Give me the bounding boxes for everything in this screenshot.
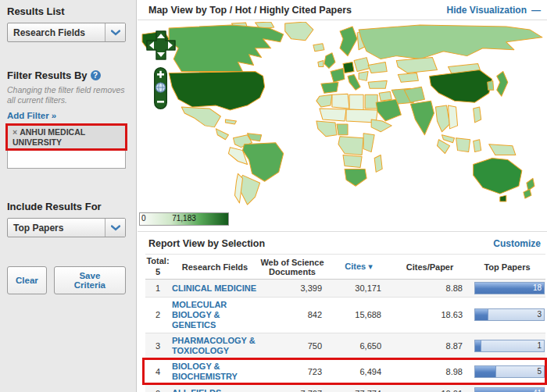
top-papers-bar: 41: [474, 387, 545, 392]
top-papers-bar: 3: [474, 308, 545, 321]
results-list-selected: Research Fields: [8, 27, 105, 38]
filter-item-anhui-medical-university[interactable]: ×ANHUI MEDICAL UNIVERSITY: [8, 126, 125, 150]
row-cites-per-paper: 8.98: [391, 367, 469, 376]
top-papers-bar: 18: [474, 282, 545, 294]
filter-note: Changing the filter field removes all cu…: [7, 85, 126, 105]
research-field-link[interactable]: PHARMACOLOGY & TOXICOLOGY: [172, 336, 258, 356]
row-cites: 6,494: [327, 367, 391, 376]
row-documents: 7,767: [258, 389, 327, 392]
sort-descending-icon[interactable]: ▾: [368, 262, 373, 271]
chevron-down-icon[interactable]: [105, 219, 125, 237]
map-view-title: Map View by Top / Hot / Highly Cited Pap…: [148, 5, 352, 16]
results-list-heading: Results List: [7, 5, 126, 17]
row-documents: 750: [258, 341, 327, 351]
research-field-link[interactable]: ALL FIELDS: [172, 388, 221, 392]
main-panel: Map View by Top / Hot / Highly Cited Pap…: [138, 0, 547, 392]
include-results-dropdown[interactable]: Top Papers: [7, 218, 126, 237]
table-row: 4 BIOLOGY & BIOCHEMISTRY 723 6,494 8.98 …: [145, 359, 545, 385]
table-row: 1 CLINICAL MEDICINE 3,399 30,171 8.88 18: [145, 280, 545, 298]
top-papers-value: 5: [537, 366, 542, 377]
include-results-heading: Include Results For: [7, 201, 126, 212]
row-cites-per-paper: 18.63: [391, 310, 469, 319]
help-icon[interactable]: ?: [91, 70, 101, 80]
hide-visualization-link[interactable]: Hide Visualization—: [447, 5, 541, 16]
report-view-title: Report View by Selection: [148, 238, 265, 249]
table-header-row: Total:5 Research Fields Web of Science D…: [145, 254, 545, 280]
row-cites: 77,774: [327, 389, 391, 392]
research-field-link[interactable]: CLINICAL MEDICINE: [172, 283, 256, 294]
collapse-dash-icon[interactable]: —: [531, 5, 541, 16]
top-papers-bar: 5: [474, 365, 545, 378]
row-cites: 30,171: [327, 283, 391, 293]
column-header-research-fields[interactable]: Research Fields: [170, 262, 258, 272]
top-papers-value: 1: [537, 340, 542, 351]
row-rank: 2: [145, 310, 170, 319]
column-header-wos-documents[interactable]: Web of Science Documents: [258, 258, 327, 276]
add-filter-link[interactable]: Add Filter »: [7, 111, 56, 120]
column-header-top-papers[interactable]: Top Papers: [469, 262, 545, 272]
top-papers-value: 18: [533, 283, 542, 294]
row-documents: 3,399: [258, 283, 327, 293]
filter-item-label: ANHUI MEDICAL UNIVERSITY: [13, 127, 85, 147]
row-documents: 842: [258, 310, 327, 319]
legend-max-value: 71,183: [140, 214, 228, 223]
table-row: 3 PHARMACOLOGY & TOXICOLOGY 750 6,650 8.…: [145, 333, 545, 359]
report-table: Total:5 Research Fields Web of Science D…: [145, 254, 545, 392]
results-list-dropdown[interactable]: Research Fields: [7, 23, 126, 42]
research-field-link[interactable]: BIOLOGY & BIOCHEMISTRY: [172, 362, 258, 382]
top-papers-bar-fill: [475, 309, 488, 320]
top-papers-bar-fill: [475, 366, 496, 377]
zoom-out-icon: [157, 101, 164, 103]
research-field-link[interactable]: MOLECULAR BIOLOGY & GENETICS: [172, 300, 258, 330]
top-papers-bar: 1: [474, 340, 545, 352]
chevron-down-icon[interactable]: [105, 23, 125, 41]
row-cites: 15,688: [327, 310, 391, 319]
row-rank: 0: [145, 389, 170, 392]
row-cites: 6,650: [327, 341, 391, 351]
total-count: Total:5: [145, 256, 170, 278]
pan-control[interactable]: [146, 30, 176, 60]
sidebar: Results List Research Fields Filter Resu…: [0, 0, 137, 392]
include-results-selected: Top Papers: [8, 223, 105, 233]
table-row: 0 ALL FIELDS 7,767 77,774 10.01 41: [145, 385, 545, 392]
clear-button[interactable]: Clear: [7, 266, 47, 294]
row-cites-per-paper: 8.87: [391, 341, 469, 351]
row-rank: 3: [145, 341, 170, 351]
top-papers-bar-fill: [475, 340, 481, 351]
zoom-control[interactable]: [154, 67, 167, 109]
row-cites-per-paper: 8.88: [391, 283, 469, 293]
world-map[interactable]: [138, 20, 547, 210]
table-row: 2 MOLECULAR BIOLOGY & GENETICS 842 15,68…: [145, 298, 545, 333]
row-rank: 1: [145, 283, 170, 293]
column-header-cites-per-paper[interactable]: Cites/Paper: [391, 262, 469, 272]
customize-link[interactable]: Customize: [493, 238, 541, 249]
top-papers-value: 41: [533, 388, 542, 392]
row-cites-per-paper: 10.01: [391, 389, 469, 392]
choropleth-map[interactable]: [138, 22, 547, 208]
report-table-body: 1 CLINICAL MEDICINE 3,399 30,171 8.88 18…: [145, 280, 545, 392]
column-header-cites[interactable]: Cites ▾: [327, 262, 391, 272]
filter-results-heading: Filter Results By?: [7, 69, 126, 81]
remove-filter-icon[interactable]: ×: [13, 127, 17, 137]
row-documents: 723: [258, 367, 327, 376]
map-navigation-controls[interactable]: [146, 30, 177, 112]
top-papers-value: 3: [537, 309, 542, 320]
row-rank: 4: [145, 367, 170, 376]
filter-listbox[interactable]: ×ANHUI MEDICAL UNIVERSITY: [7, 125, 126, 169]
save-criteria-button[interactable]: Save Criteria: [54, 266, 126, 294]
map-color-legend: 0 71,183: [139, 212, 229, 226]
